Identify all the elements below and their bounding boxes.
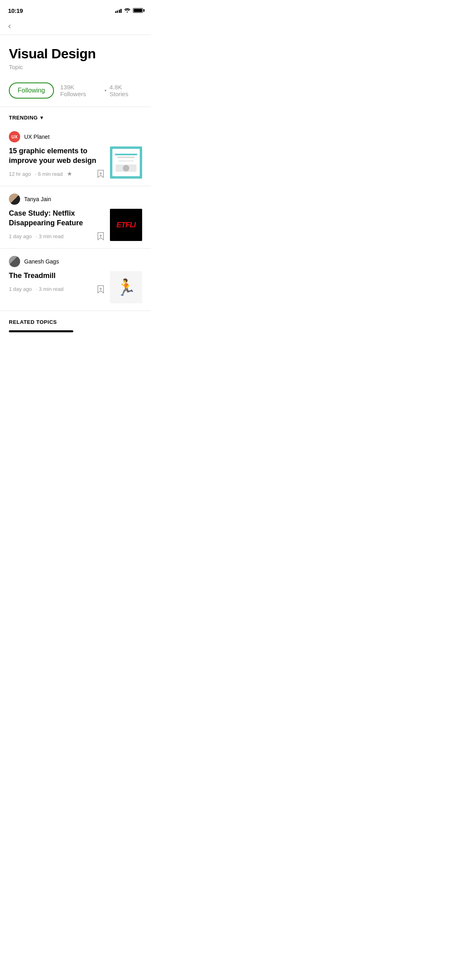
article-title: 15 graphic elements to improve your web … [9,146,104,165]
following-button[interactable]: Following [9,82,54,99]
nav-bar: ‹ [0,18,151,35]
netflix-logo: ETFLI [116,220,136,229]
followers-info: 139K Followers 4.8K Stories [60,84,142,97]
signal-icon [115,8,122,13]
avatar [9,194,20,205]
read-time: · 3 min read [36,233,64,239]
star-icon: ★ [67,170,72,177]
author-name: Ganesh Gags [24,258,59,265]
time-ago: 1 day ago [9,233,32,239]
article-title: Case Study: Netflix Disappearing Feature [9,209,104,228]
bookmark-button[interactable] [97,232,104,241]
article-list: UX UX Planet 15 graphic elements to impr… [0,124,151,311]
read-time: · 6 min read [35,171,63,177]
author-row: Tanya Jain [9,194,142,205]
author-name: UX Planet [24,134,50,140]
stories-count: 4.8K Stories [110,84,142,97]
status-bar: 10:19 [0,0,151,18]
followers-count: 139K Followers [60,84,101,97]
author-row: Ganesh Gags [9,256,142,267]
article-meta: 1 day ago · 3 min read [9,232,104,241]
article-content: 15 graphic elements to improve your web … [9,146,142,179]
status-icons [115,8,143,14]
time-ago: 1 day ago [9,286,32,292]
article-meta: 12 hr ago · 6 min read ★ [9,169,104,178]
bookmark-button[interactable] [97,285,104,294]
chevron-down-icon[interactable]: ▾ [40,114,43,121]
related-topics-label: RELATED TOPICS [9,319,57,325]
article-content: Case Study: Netflix Disappearing Feature… [9,209,142,241]
avatar [9,256,20,267]
read-time: · 3 min read [36,286,64,292]
article-meta: 1 day ago · 3 min read [9,285,104,294]
article-text: 15 graphic elements to improve your web … [9,146,104,178]
bookmark-button[interactable] [97,169,104,178]
topic-label: Topic [9,64,142,70]
article-thumbnail: 🏃 [110,271,142,303]
time-ago: 12 hr ago [9,171,31,177]
battery-icon [133,8,143,13]
article-thumbnail [110,146,142,179]
article-content: The Treadmill 1 day ago · 3 min read � [9,271,142,303]
related-topics-section: RELATED TOPICS [0,311,151,332]
status-time: 10:19 [8,7,23,14]
back-button[interactable]: ‹ [8,22,11,31]
avatar: UX [9,131,20,142]
article-text: The Treadmill 1 day ago · 3 min read [9,271,104,293]
following-section: Following 139K Followers 4.8K Stories [0,78,151,107]
list-item[interactable]: Tanya Jain Case Study: Netflix Disappear… [0,186,151,249]
list-item[interactable]: UX UX Planet 15 graphic elements to impr… [0,124,151,186]
article-text: Case Study: Netflix Disappearing Feature… [9,209,104,241]
trending-label: TRENDING [9,115,38,121]
page-header: Visual Design Topic [0,35,151,78]
author-row: UX UX Planet [9,131,142,142]
page-title: Visual Design [9,46,142,61]
wifi-icon [124,8,130,14]
list-item[interactable]: Ganesh Gags The Treadmill 1 day ago · 3 … [0,249,151,311]
author-name: Tanya Jain [24,196,51,202]
separator [105,90,106,91]
article-thumbnail: ETFLI [110,209,142,241]
trending-header: TRENDING ▾ [0,107,151,124]
article-title: The Treadmill [9,271,104,280]
